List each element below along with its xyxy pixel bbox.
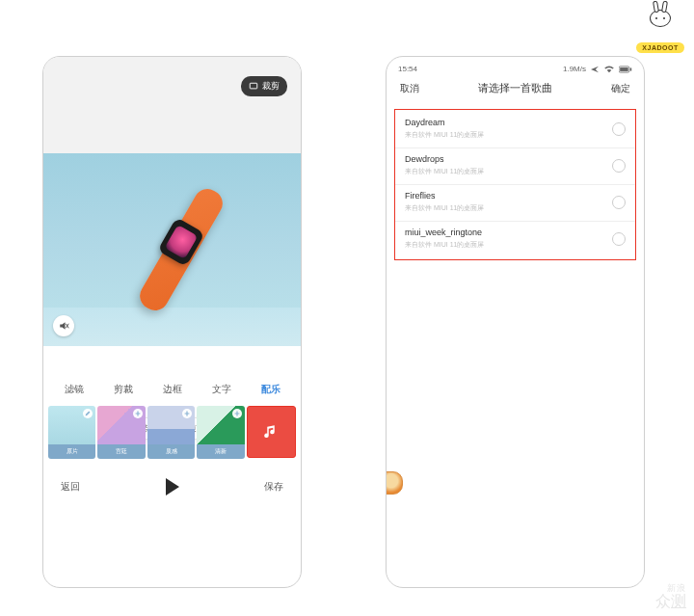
save-link[interactable]: 保存 <box>264 480 283 494</box>
picker-title: 请选择一首歌曲 <box>478 81 552 95</box>
song-sub: 来自软件 MIUI 11的桌面屏 <box>405 203 484 213</box>
song-sub: 来自软件 MIUI 11的桌面屏 <box>405 130 484 140</box>
cancel-button[interactable]: 取消 <box>400 82 419 95</box>
picker-titlebar: 取消 请选择一首歌曲 确定 <box>387 77 644 105</box>
tab-music[interactable]: 配乐 <box>261 383 280 396</box>
tab-text[interactable]: 文字 <box>212 383 231 396</box>
editor-bottom-bar: 返回 保存 <box>43 465 301 507</box>
airplane-icon <box>590 66 600 73</box>
song-item[interactable]: Dewdrops 来自软件 MIUI 11的桌面屏 <box>395 148 635 185</box>
crop-icon <box>249 82 258 92</box>
song-item[interactable]: miui_week_ringtone 来自软件 MIUI 11的桌面屏 <box>395 222 635 257</box>
play-button[interactable] <box>166 478 179 495</box>
music-note-icon <box>262 423 280 441</box>
add-music-tile[interactable] <box>247 406 296 458</box>
radio-unselected-icon[interactable] <box>612 232 626 246</box>
svg-rect-0 <box>250 83 257 89</box>
status-time: 15:54 <box>398 65 417 73</box>
status-speed: 1.9M/s <box>563 65 586 73</box>
song-sub: 来自软件 MIUI 11的桌面屏 <box>405 167 484 176</box>
radio-unselected-icon[interactable] <box>612 196 626 209</box>
radio-unselected-icon[interactable] <box>612 122 626 136</box>
plus-icon <box>133 409 143 418</box>
thumb-style-1[interactable]: 宫廷 <box>97 406 145 459</box>
phone-song-picker: 15:54 1.9M/s 取消 请选择一首歌曲 确定 Daydream 来自软件… <box>386 56 645 588</box>
battery-icon <box>619 66 632 73</box>
mascot-peek-icon <box>386 471 403 495</box>
crop-pill-label: 裁剪 <box>262 80 280 93</box>
song-item[interactable]: Daydream 来自软件 MIUI 11的桌面屏 <box>395 112 635 148</box>
crop-pill-button[interactable]: 裁剪 <box>241 76 287 96</box>
confirm-button[interactable]: 确定 <box>611 82 630 95</box>
song-name: miui_week_ringtone <box>405 228 484 237</box>
wifi-icon <box>603 66 615 73</box>
tab-filter[interactable]: 滤镜 <box>65 383 84 396</box>
mute-button[interactable] <box>53 315 74 336</box>
phone-editor: 裁剪 滤镜 剪裁 边框 文字 配乐 点某项收推荐页 原片 <box>42 56 302 588</box>
tab-crop[interactable]: 剪裁 <box>114 383 133 396</box>
thumb-original[interactable]: 原片 <box>48 406 95 459</box>
tab-frame[interactable]: 边框 <box>163 383 182 396</box>
svg-rect-5 <box>630 67 632 70</box>
music-thumbnails: 原片 宫廷 质感 清新 <box>43 406 301 465</box>
song-sub: 来自软件 MIUI 11的桌面屏 <box>405 240 484 250</box>
song-name: Daydream <box>405 118 484 127</box>
svg-rect-4 <box>620 67 628 71</box>
song-name: Dewdrops <box>405 154 484 164</box>
mascot-tag: XJADOOT <box>636 42 683 53</box>
radio-unselected-icon[interactable] <box>612 159 626 173</box>
watermark-line2a: 众 <box>655 593 671 609</box>
watermark-line1: 新浪 <box>655 584 686 594</box>
thumb-style-2[interactable]: 质感 <box>147 406 195 459</box>
plus-icon <box>232 409 242 418</box>
song-name: Fireflies <box>405 191 484 201</box>
thumb-style-3[interactable]: 清新 <box>197 406 244 459</box>
editor-tabs: 滤镜 剪裁 边框 文字 配乐 <box>43 346 301 406</box>
editor-top-area: 裁剪 <box>43 57 301 153</box>
song-list-highlight: Daydream 来自软件 MIUI 11的桌面屏 Dewdrops 来自软件 … <box>394 109 636 260</box>
song-item[interactable]: Fireflies 来自软件 MIUI 11的桌面屏 <box>395 185 635 222</box>
status-bar: 15:54 1.9M/s <box>387 57 644 77</box>
preview-image <box>43 153 301 346</box>
speaker-mute-icon <box>58 320 69 332</box>
mascot-logo: XJADOOT <box>636 2 684 54</box>
watermark: 新浪 众测 <box>655 584 686 610</box>
back-link[interactable]: 返回 <box>61 480 80 494</box>
watermark-line2b: 测 <box>671 593 686 609</box>
